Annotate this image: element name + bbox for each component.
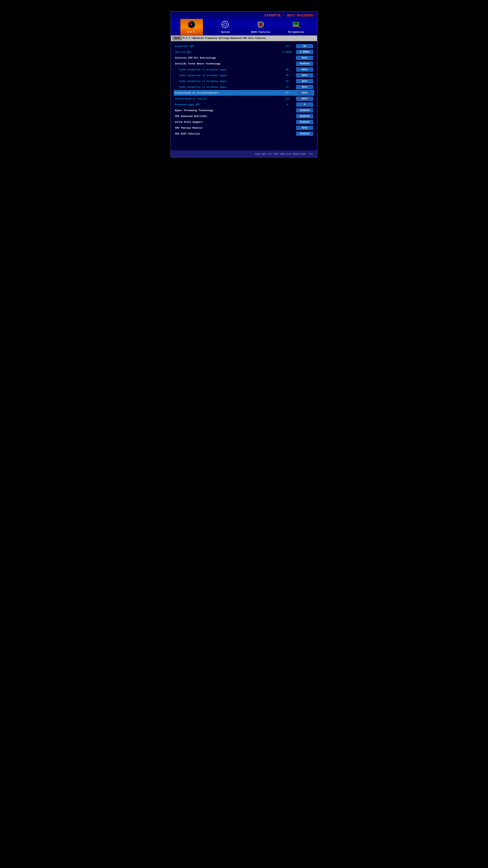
tab-peripherals[interactable]: Peripherals (285, 19, 308, 35)
setting-btn-current-limit[interactable]: Auto (296, 97, 313, 101)
svg-rect-29 (293, 26, 299, 27)
setting-label-cpu-freq: Частота ЦПУ (175, 51, 280, 54)
svg-rect-22 (259, 22, 259, 22)
tab-system[interactable]: System (214, 19, 237, 35)
svg-rect-23 (260, 22, 261, 22)
nav-tabs: M.I.T. (175, 19, 313, 35)
svg-rect-31 (296, 23, 298, 24)
setting-row-turbo-2core: Турбо множитель (2 активных ядра) 39 Aut… (174, 72, 314, 78)
setting-value-cpu-freq: 3.40GHz (280, 51, 295, 54)
svg-rect-20 (263, 24, 264, 25)
setting-btn-eist-function[interactable]: Enabled (296, 132, 313, 136)
bios-header: GIGABYTE - UEFI DualBIOS (171, 12, 317, 36)
setting-btn-cpu-multiplier[interactable]: 34 (296, 44, 313, 48)
setting-value-power-limit: 77 (280, 92, 295, 94)
setting-label-turbo-boost: Intel(R) Turbo Boost Technology (175, 62, 280, 65)
tab-system-label: System (219, 30, 231, 34)
breadcrumb-path: M.I.T.\Advanced Frequency Settings\Advan… (183, 37, 266, 39)
bios-footer: Copyright (C) 2013 American Megatrends, … (171, 151, 317, 157)
setting-label-c3c6-state: C3/C6 State Support (175, 121, 280, 124)
breadcrumb-bar: Back M.I.T.\Advanced Frequency Settings\… (171, 36, 317, 41)
brand-uefi: UEFI (287, 13, 295, 17)
svg-rect-27 (261, 27, 262, 28)
svg-rect-9 (228, 24, 229, 25)
speedometer-icon (187, 20, 196, 29)
svg-rect-17 (258, 24, 258, 25)
back-button[interactable]: Back (172, 36, 182, 40)
setting-row-power-limit[interactable]: Ограничение по потреблению(Вт) 77 Auto (174, 90, 314, 96)
setting-row-enhanced-halt: CPU Enhanced Halt(C1E) Enabled (174, 114, 314, 119)
setting-btn-enhanced-halt[interactable]: Enabled (296, 114, 313, 118)
svg-rect-8 (221, 24, 223, 25)
svg-rect-7 (225, 27, 226, 28)
setting-label-turbo-3core: Турбо множитель (3 активных ядра) (175, 80, 280, 83)
setting-btn-turbo-4core[interactable]: Auto (296, 85, 313, 89)
tab-mit[interactable]: M.I.T. (181, 19, 203, 35)
setting-btn-cpu-freq[interactable]: 3.40GHz (296, 50, 313, 54)
svg-rect-30 (294, 23, 295, 24)
setting-row-cpu-freq: Частота ЦПУ 3.40GHz 3.40GHz (174, 49, 314, 55)
setting-btn-turbo-boost[interactable]: Enabled (296, 62, 313, 66)
svg-rect-15 (259, 23, 262, 26)
setting-label-thermal-monitor: CPU Thermal Monitor (175, 127, 280, 129)
svg-marker-32 (299, 25, 300, 28)
setting-label-enhanced-halt: CPU Enhanced Halt(C1E) (175, 115, 280, 118)
svg-point-3 (191, 24, 192, 25)
svg-rect-16 (258, 23, 258, 23)
setting-value-current-limit: 112 (280, 97, 295, 100)
svg-rect-6 (225, 21, 226, 22)
svg-point-5 (224, 23, 227, 26)
setting-label-current-limit: Ограничение по току(А) (175, 97, 280, 100)
tab-bios-features-label: BIOS Features (250, 30, 272, 34)
setting-btn-turbo-3core[interactable]: Auto (296, 79, 313, 83)
cpu-chip-icon (256, 20, 265, 29)
brand-dualbios: DualBIOS (295, 13, 313, 17)
setting-row-pll-overvoltage: Internal CPU PLL Overvoltage Auto (174, 55, 314, 61)
svg-rect-24 (261, 22, 262, 22)
setting-row-current-limit: Ограничение по току(А) 112 Auto (174, 96, 314, 101)
setting-value-cpu-multiplier: 34 (280, 45, 295, 48)
setting-label-cpu-cores: Включено ядер ЦПУ (175, 103, 280, 106)
setting-row-thermal-monitor: CPU Thermal Monitor Auto (174, 125, 314, 131)
setting-row-c3c6-state: C3/C6 State Support Enabled (174, 119, 314, 125)
setting-btn-power-limit[interactable]: Auto (296, 91, 313, 95)
svg-rect-25 (259, 27, 259, 28)
setting-btn-pll-overvoltage[interactable]: Auto (296, 56, 313, 60)
setting-row-turbo-boost: Intel(R) Turbo Boost Technology Enabled (174, 61, 314, 66)
brand-title: GIGABYTE - UEFI DualBIOS (175, 13, 313, 19)
tab-bios-features[interactable]: BIOS Features (248, 19, 273, 35)
setting-row-turbo-4core: Турбо множитель (4 активных ядра) 37 Aut… (174, 84, 314, 90)
setting-row-eist-function: CPU EIST Function Enabled (174, 131, 314, 136)
setting-btn-turbo-2core[interactable]: Auto (296, 73, 313, 78)
gear-icon (221, 20, 230, 29)
svg-rect-19 (263, 23, 264, 23)
bios-container: GIGABYTE - UEFI DualBIOS (170, 11, 318, 157)
setting-label-turbo-2core: Турбо множитель (2 активных ядра) (175, 74, 280, 77)
setting-btn-hyper-threading[interactable]: Enabled (296, 108, 313, 113)
setting-row-turbo-3core: Турбо множитель (3 активных ядра) 38 Aut… (174, 79, 314, 84)
setting-value-turbo-4core: 37 (280, 86, 295, 89)
setting-label-eist-function: CPU EIST Function (175, 132, 280, 135)
tab-peripherals-label: Peripherals (287, 30, 306, 34)
setting-value-turbo-1core: 39 (280, 68, 295, 71)
setting-label-cpu-multiplier: множитель ЦПУ (175, 45, 280, 48)
setting-row-cpu-multiplier: множитель ЦПУ 34 34 (174, 43, 314, 49)
svg-rect-21 (263, 25, 264, 26)
setting-btn-c3c6-state[interactable]: Enabled (296, 120, 313, 124)
setting-value-cpu-cores: 4 (280, 103, 295, 106)
svg-rect-18 (258, 25, 258, 26)
setting-label-pll-overvoltage: Internal CPU PLL Overvoltage (175, 57, 280, 59)
setting-row-hyper-threading: Hyper-Threading Technology Enabled (174, 107, 314, 113)
brand-gigabyte: GIGABYTE - (264, 13, 287, 17)
setting-row-turbo-1core: Турбо множитель (1 активное ядро) 39 Aut… (174, 67, 314, 72)
setting-row-cpu-cores: Включено ядер ЦПУ 4 4 (174, 102, 314, 107)
setting-btn-cpu-cores[interactable]: 4 (296, 102, 313, 106)
setting-value-turbo-3core: 38 (280, 80, 295, 83)
setting-btn-turbo-1core[interactable]: Auto (296, 67, 313, 71)
tab-mit-label: M.I.T. (186, 30, 197, 34)
setting-label-power-limit: Ограничение по потреблению(Вт) (175, 92, 280, 94)
setting-btn-thermal-monitor[interactable]: Auto (296, 126, 313, 130)
setting-value-turbo-2core: 39 (280, 74, 295, 77)
card-icon (291, 20, 301, 29)
svg-rect-26 (260, 27, 261, 28)
